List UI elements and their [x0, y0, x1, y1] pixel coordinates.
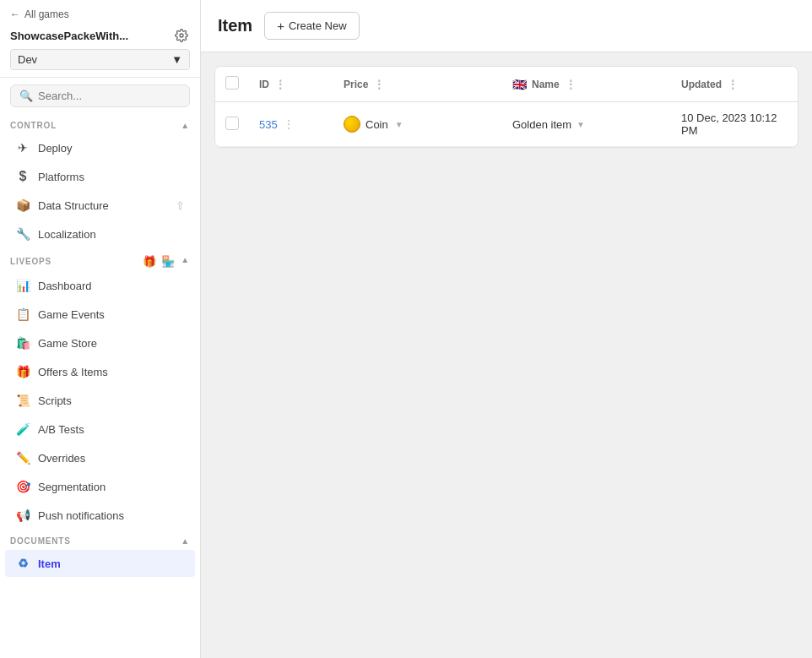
col-header-price: Price ⋮: [333, 67, 502, 102]
share-icon[interactable]: ⇧: [176, 199, 185, 212]
environment-selector[interactable]: Dev ▼: [10, 49, 190, 70]
name-dropdown-arrow[interactable]: ▼: [577, 120, 585, 129]
col-header-check: [215, 67, 249, 102]
sidebar-item-segmentation[interactable]: 🎯 Segmentation: [5, 473, 195, 500]
row-checkbox[interactable]: [225, 117, 239, 130]
sidebar: ← All games ShowcasePackeWith... Dev ▼ 🔍…: [0, 0, 201, 658]
table-container: ID ⋮ Price ⋮ 🇬🇧 Name: [214, 66, 798, 148]
all-games-link[interactable]: ← All games: [10, 8, 190, 20]
col-updated-label: Updated: [681, 79, 722, 90]
control-section-label: CONTROL: [10, 121, 57, 130]
project-row: ShowcasePackeWith...: [10, 27, 190, 44]
section-control: CONTROL ▲: [0, 114, 200, 133]
push-notifications-icon: 📢: [15, 508, 30, 523]
sidebar-item-push-notifications[interactable]: 📢 Push notifications: [5, 502, 195, 529]
sidebar-item-label: Segmentation: [38, 481, 106, 493]
sidebar-item-game-events[interactable]: 📋 Game Events: [5, 301, 195, 328]
section-documents: DOCUMENTS ▲: [0, 530, 200, 549]
sidebar-item-label: Data Structure: [38, 199, 109, 212]
game-store-icon: 🛍️: [15, 335, 30, 351]
sidebar-item-scripts[interactable]: 📜 Scripts: [5, 387, 195, 414]
coin-icon: [344, 116, 360, 133]
price-type-label: Coin: [365, 118, 388, 131]
row-id-link[interactable]: 535: [259, 118, 278, 131]
sidebar-item-label: Localization: [38, 228, 96, 241]
scripts-icon: 📜: [15, 393, 30, 408]
segmentation-icon: 🎯: [15, 479, 30, 494]
sidebar-item-label: Push notifications: [38, 509, 124, 522]
item-icon: ♻: [15, 556, 30, 571]
gear-icon: [175, 29, 188, 42]
ab-tests-icon: 🧪: [15, 421, 30, 437]
page-title: Item: [218, 16, 252, 35]
deploy-icon: ✈: [15, 140, 30, 155]
price-dropdown-arrow[interactable]: ▼: [395, 120, 403, 129]
sidebar-item-data-structure[interactable]: 📦 Data Structure ⇧: [5, 192, 195, 219]
project-name: ShowcasePackeWith...: [10, 30, 173, 42]
table-header-row: ID ⋮ Price ⋮ 🇬🇧 Name: [215, 67, 798, 102]
sidebar-item-localization[interactable]: 🔧 Localization: [5, 220, 195, 247]
platforms-icon: $: [15, 169, 30, 184]
main-content: Item + Create New ID ⋮: [201, 0, 812, 658]
sidebar-item-deploy[interactable]: ✈ Deploy: [5, 134, 195, 161]
col-price-label: Price: [344, 79, 368, 90]
sidebar-item-label: Game Events: [38, 308, 105, 321]
flag-icon: 🇬🇧: [512, 78, 527, 91]
row-name-cell: Golden item ▼: [502, 102, 671, 147]
data-structure-icon: 📦: [15, 198, 30, 213]
sidebar-item-item[interactable]: ♻ Item: [5, 550, 195, 577]
chevron-down-icon: ▼: [171, 53, 182, 66]
col-updated-options-icon[interactable]: ⋮: [727, 78, 739, 91]
sidebar-item-label: Item: [38, 557, 61, 570]
documents-section-label: DOCUMENTS: [10, 536, 71, 546]
sidebar-item-label: Game Store: [38, 337, 97, 350]
store-icon[interactable]: 🏪: [161, 255, 176, 268]
col-id-label: ID: [259, 79, 269, 90]
sidebar-item-label: Deploy: [38, 142, 72, 155]
back-arrow-icon: ←: [10, 8, 20, 20]
col-id-options-icon[interactable]: ⋮: [274, 78, 286, 91]
svg-point-0: [180, 34, 183, 37]
row-id-cell: 535 ⋮: [249, 102, 333, 147]
table-row: 535 ⋮ Coin ▼ Golden item: [215, 102, 798, 147]
items-table: ID ⋮ Price ⋮ 🇬🇧 Name: [215, 67, 798, 147]
section-liveops: LIVEOPS 🎁 🏪 ▲: [0, 248, 200, 271]
search-box[interactable]: 🔍: [10, 84, 190, 107]
sidebar-item-label: Platforms: [38, 171, 84, 183]
sidebar-item-platforms[interactable]: $ Platforms: [5, 163, 195, 190]
chevron-up-icon: ▲: [181, 536, 190, 546]
select-all-checkbox[interactable]: [225, 76, 239, 90]
row-updated-cell: 10 Dec, 2023 10:12 PM: [671, 102, 798, 147]
col-name-label: Name: [532, 79, 560, 90]
liveops-header-icons: 🎁 🏪 ▲: [143, 255, 190, 268]
sidebar-item-label: Offers & Items: [38, 366, 108, 378]
create-new-label: Create New: [289, 19, 347, 32]
liveops-section-label: LIVEOPS: [10, 257, 51, 266]
sidebar-item-label: A/B Tests: [38, 423, 84, 436]
col-header-id: ID ⋮: [249, 67, 333, 102]
gear-button[interactable]: [173, 27, 190, 44]
search-icon: 🔍: [19, 90, 33, 102]
name-value: Golden item: [512, 118, 571, 131]
col-price-options-icon[interactable]: ⋮: [373, 78, 385, 91]
all-games-label: All games: [24, 8, 69, 20]
sidebar-item-offers-items[interactable]: 🎁 Offers & Items: [5, 358, 195, 385]
create-new-button[interactable]: + Create New: [264, 12, 359, 40]
chevron-up-icon: ▲: [181, 255, 190, 268]
chevron-up-icon: ▲: [181, 121, 190, 130]
offers-items-icon: 🎁: [15, 364, 30, 379]
environment-label: Dev: [18, 53, 37, 66]
sidebar-item-label: Dashboard: [38, 280, 92, 292]
col-header-name: 🇬🇧 Name ⋮: [502, 67, 671, 102]
row-id-options-icon[interactable]: ⋮: [283, 117, 295, 131]
overrides-icon: ✏️: [15, 450, 30, 465]
gift-icon[interactable]: 🎁: [143, 255, 157, 268]
sidebar-item-ab-tests[interactable]: 🧪 A/B Tests: [5, 416, 195, 443]
sidebar-item-label: Overrides: [38, 452, 85, 465]
col-name-options-icon[interactable]: ⋮: [565, 78, 577, 91]
sidebar-item-overrides[interactable]: ✏️ Overrides: [5, 444, 195, 471]
sidebar-item-dashboard[interactable]: 📊 Dashboard: [5, 272, 195, 299]
search-input[interactable]: [38, 90, 181, 102]
sidebar-item-game-store[interactable]: 🛍️ Game Store: [5, 329, 195, 356]
plus-icon: +: [277, 19, 284, 33]
